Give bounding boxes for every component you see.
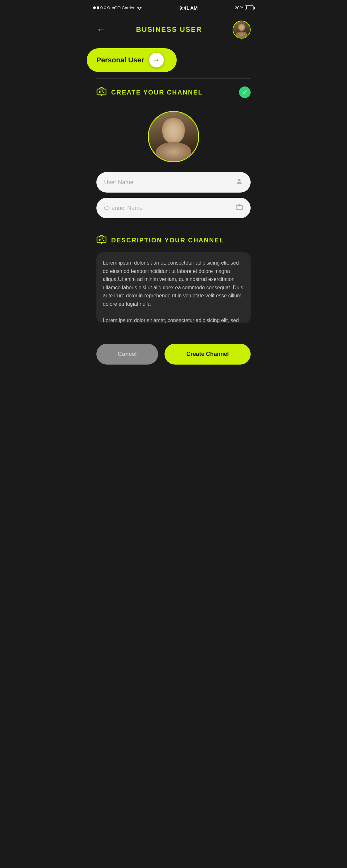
wifi-icon xyxy=(136,5,142,10)
inputs-section xyxy=(87,172,260,218)
avatar-face xyxy=(233,21,250,38)
avatar[interactable] xyxy=(232,21,251,38)
create-channel-button[interactable]: Create Channel xyxy=(164,344,251,365)
svg-point-7 xyxy=(238,179,240,181)
battery-container xyxy=(245,5,254,10)
back-arrow-icon: ← xyxy=(96,25,105,35)
description-section: DESCRIPTION YOUR CHANNEL Lorem ipsum dol… xyxy=(87,235,260,324)
create-channel-header: CREATE YOUR CHANNEL ✓ xyxy=(87,87,260,98)
toggle-pill[interactable]: Personal User → xyxy=(87,48,177,72)
signal-dot-5 xyxy=(107,6,110,9)
svg-point-14 xyxy=(101,238,103,240)
header: ← BUSINESS USER xyxy=(87,14,260,45)
svg-point-0 xyxy=(139,9,140,10)
description-header: DESCRIPTION YOUR CHANNEL xyxy=(96,235,251,246)
page-title: BUSINESS USER xyxy=(136,25,202,34)
cancel-button[interactable]: Cancel xyxy=(96,344,158,365)
profile-pic-section[interactable] xyxy=(87,104,260,172)
svg-rect-10 xyxy=(97,237,106,243)
svg-point-13 xyxy=(99,239,101,241)
toggle-arrow-icon: → xyxy=(153,56,160,64)
tv-icon-2 xyxy=(236,204,243,213)
description-title: DESCRIPTION YOUR CHANNEL xyxy=(111,237,251,244)
section-divider-2 xyxy=(96,228,251,228)
battery-percent: 20% xyxy=(235,5,243,10)
status-right: 20% xyxy=(235,5,254,10)
battery-fill xyxy=(246,6,247,9)
username-field-container[interactable] xyxy=(96,172,251,192)
svg-point-5 xyxy=(101,90,103,92)
profile-picture[interactable] xyxy=(148,111,199,162)
svg-rect-1 xyxy=(97,89,106,95)
back-button[interactable]: ← xyxy=(96,25,105,35)
channelname-field-container[interactable] xyxy=(96,198,251,218)
battery-icon xyxy=(245,5,254,10)
toggle-arrow-button[interactable]: → xyxy=(149,53,164,67)
toggle-label: Personal User xyxy=(96,56,144,64)
check-icon: ✓ xyxy=(242,88,248,96)
status-bar: oOO Carrier 9:41 AM 20% xyxy=(87,0,260,14)
check-circle: ✓ xyxy=(239,87,251,98)
svg-point-15 xyxy=(103,240,104,241)
profile-face xyxy=(149,112,198,161)
status-time: 9:41 AM xyxy=(179,5,198,10)
tv-icon-3 xyxy=(96,235,107,246)
channel-name-input[interactable] xyxy=(104,205,236,212)
status-left: oOO Carrier xyxy=(93,5,142,10)
svg-point-4 xyxy=(99,91,101,93)
description-textarea[interactable]: Lorem ipsum dolor sit amet, consectetur … xyxy=(96,252,251,323)
user-icon xyxy=(236,178,243,187)
signal-dot-2 xyxy=(97,6,99,9)
phone-container: oOO Carrier 9:41 AM 20% ← BUSINESS USER xyxy=(87,0,260,434)
username-input[interactable] xyxy=(104,179,236,186)
signal-dot-4 xyxy=(104,6,106,9)
tv-icon-1 xyxy=(96,87,107,98)
signal-dot-1 xyxy=(93,6,96,9)
svg-point-6 xyxy=(103,92,104,93)
signal-dot-3 xyxy=(100,6,103,9)
create-channel-title: CREATE YOUR CHANNEL xyxy=(111,89,234,96)
signal-dots xyxy=(93,6,110,9)
section-divider-1 xyxy=(96,79,251,79)
svg-rect-8 xyxy=(236,206,242,209)
toggle-section: Personal User → xyxy=(87,45,260,79)
carrier-label: oOO Carrier xyxy=(112,5,135,10)
bottom-buttons: Cancel Create Channel xyxy=(87,331,260,377)
